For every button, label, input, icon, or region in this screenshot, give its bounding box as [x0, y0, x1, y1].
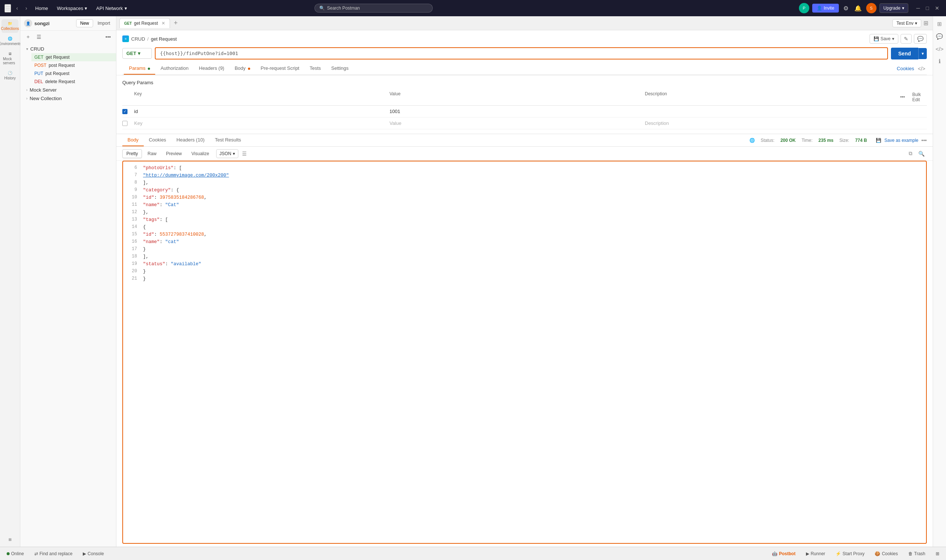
tab-close-icon[interactable]: ✕	[162, 21, 165, 26]
search-icon: 🔍	[319, 6, 325, 11]
tab-get-request[interactable]: GET get Request ✕	[119, 18, 170, 28]
layout-bottom-button[interactable]: ⊞	[934, 551, 941, 557]
topbar-right: P 👤 Invite ⚙ 🔔 S Upgrade ▾ ─ □ ✕	[799, 3, 941, 13]
req-tab-params[interactable]: Params	[124, 62, 155, 75]
json-key: "status"	[143, 262, 165, 267]
format-raw-button[interactable]: Raw	[143, 149, 160, 158]
tree-item-mock-server[interactable]: › Mock Server	[20, 86, 116, 94]
response-more-options[interactable]: •••	[921, 137, 927, 143]
new-button[interactable]: New	[76, 19, 93, 27]
sidebar-item-collections[interactable]: 📁 Collections	[2, 19, 18, 33]
tree-item-crud[interactable]: ▾ CRUD	[20, 45, 116, 53]
trash-button[interactable]: 🗑 Trash	[906, 551, 928, 557]
tree-item-delete-request[interactable]: DEL delete Request	[31, 78, 116, 86]
add-tab-button[interactable]: +	[171, 18, 181, 28]
tree-item-new-collection[interactable]: › New Collection	[20, 94, 116, 103]
menu-icon[interactable]: ☰	[5, 4, 11, 12]
settings-icon[interactable]: ⚙	[842, 3, 850, 13]
tree-item-get-request[interactable]: GET get Request	[31, 53, 116, 61]
edit-icon-button[interactable]: ✎	[901, 34, 912, 44]
params-row-checkbox[interactable]: ✓	[122, 109, 128, 114]
format-visualize-button[interactable]: Visualize	[187, 149, 213, 158]
req-tab-tests[interactable]: Tests	[305, 62, 326, 75]
breadcrumb-collection[interactable]: CRUD	[131, 36, 145, 42]
online-status[interactable]: Online	[5, 551, 26, 557]
bottom-bar: Online ⇄ Find and replace ▶ Console 🤖 Po…	[0, 547, 946, 560]
response-tabs-bar: Body Cookies Headers (10) Test Results 🌐…	[116, 134, 933, 147]
bell-icon[interactable]: 🔔	[853, 3, 863, 13]
right-sidebar-btn-4[interactable]: ℹ	[937, 57, 942, 66]
send-dropdown-button[interactable]: ▾	[918, 48, 927, 59]
language-selector[interactable]: JSON ▾	[216, 149, 238, 158]
api-network-menu[interactable]: API Network ▾	[93, 4, 130, 12]
params-row-checkbox-empty[interactable]	[122, 121, 128, 126]
req-tab-authorization[interactable]: Authorization	[155, 62, 194, 75]
line-number: 18	[126, 253, 137, 260]
right-sidebar-btn-2[interactable]: 💬	[935, 32, 944, 42]
url-input[interactable]: {{host}}/findPutOne?id=1001	[155, 47, 888, 60]
format-preview-button[interactable]: Preview	[162, 149, 186, 158]
req-tab-pre-request[interactable]: Pre-request Script	[255, 62, 305, 75]
maximize-button[interactable]: □	[924, 5, 931, 12]
invite-button[interactable]: 👤 Invite	[812, 4, 839, 12]
sidebar-item-environments[interactable]: 🌐 Environments	[2, 34, 18, 48]
req-tab-body[interactable]: Body	[230, 62, 255, 75]
start-proxy-button[interactable]: ⚡ Start Proxy	[833, 551, 867, 557]
home-link[interactable]: Home	[32, 4, 51, 12]
sidebar-item-extra[interactable]: ⊞	[2, 535, 18, 544]
req-tab-headers[interactable]: Headers (9)	[194, 62, 230, 75]
sidebar-item-history[interactable]: 🕐 History	[2, 69, 18, 82]
save-as-example-button[interactable]: Save as example	[884, 138, 918, 143]
forward-button[interactable]: ›	[23, 4, 29, 12]
search-bar[interactable]: 🔍 Search Postman	[314, 4, 433, 12]
layout-icon[interactable]: ⊞	[922, 18, 930, 28]
code-icon-button[interactable]: </>	[918, 66, 925, 72]
close-button[interactable]: ✕	[933, 5, 941, 12]
minimize-button[interactable]: ─	[914, 5, 922, 12]
line-content: }	[143, 275, 146, 283]
method-selector[interactable]: GET ▾	[122, 48, 152, 59]
resp-tab-headers[interactable]: Headers (10)	[171, 134, 210, 146]
params-key-placeholder[interactable]: Key	[131, 119, 387, 128]
copy-icon[interactable]: ⧉	[906, 149, 915, 158]
json-link-value[interactable]: "http://dummyimage.com/200x200"	[143, 173, 229, 178]
resp-tab-test-results[interactable]: Test Results	[210, 134, 246, 146]
window-controls: ─ □ ✕	[914, 5, 941, 12]
req-tab-settings[interactable]: Settings	[326, 62, 354, 75]
proxy-icon: ⚡	[835, 551, 841, 556]
comment-icon-button[interactable]: 💬	[914, 34, 927, 44]
cookies-bottom-button[interactable]: 🍪 Cookies	[872, 551, 900, 557]
runner-button[interactable]: ▶ Runner	[804, 551, 827, 557]
upgrade-button[interactable]: Upgrade ▾	[880, 3, 908, 13]
send-button[interactable]: Send	[891, 48, 918, 60]
more-options-button[interactable]: •••	[104, 33, 112, 41]
workspaces-menu[interactable]: Workspaces ▾	[54, 4, 90, 12]
resp-tab-body[interactable]: Body	[122, 134, 144, 146]
caret-icon-new: ›	[26, 96, 27, 100]
save-button[interactable]: 💾 Save ▾	[869, 34, 898, 44]
collections-toolbar: ＋ ☰ •••	[20, 31, 116, 43]
sidebar-item-mock-servers[interactable]: 🖥 Mock servers	[2, 49, 18, 67]
params-desc-placeholder[interactable]: Description	[642, 119, 897, 128]
line-content: }	[143, 246, 146, 253]
env-selector[interactable]: Test Env ▾	[892, 19, 921, 27]
json-line: 8 ],	[123, 179, 926, 186]
search-response-icon[interactable]: 🔍	[916, 149, 927, 158]
resp-tab-cookies[interactable]: Cookies	[144, 134, 171, 146]
console-button[interactable]: ▶ Console	[80, 551, 106, 557]
right-sidebar-btn-3[interactable]: </>	[934, 44, 945, 54]
tree-item-post-request[interactable]: POST post Request	[31, 61, 116, 69]
filter-lines-icon[interactable]: ☰	[240, 149, 249, 158]
params-value-placeholder[interactable]: Value	[387, 119, 642, 128]
json-punctuation: },	[143, 210, 149, 215]
tree-item-put-request[interactable]: PUT put Request	[31, 69, 116, 78]
postbot-button[interactable]: 🤖 Postbot	[770, 551, 798, 557]
import-button[interactable]: Import	[96, 20, 112, 27]
filter-button[interactable]: ☰	[35, 33, 43, 41]
format-pretty-button[interactable]: Pretty	[122, 149, 142, 158]
back-button[interactable]: ‹	[14, 4, 20, 12]
right-sidebar-btn-1[interactable]: ⊞	[936, 19, 943, 29]
cookies-link[interactable]: Cookies	[893, 63, 918, 74]
add-collection-button[interactable]: ＋	[24, 33, 32, 41]
find-replace-button[interactable]: ⇄ Find and replace	[32, 551, 75, 557]
